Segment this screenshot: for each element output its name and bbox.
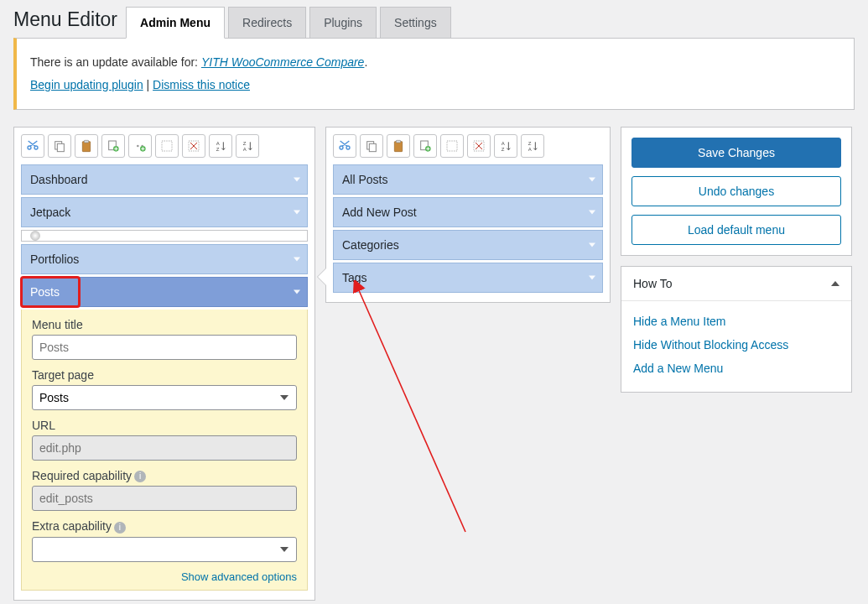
- menu-item-dashboard[interactable]: Dashboard: [21, 164, 308, 195]
- chevron-down-icon: [589, 178, 595, 182]
- svg-text:Z: Z: [216, 147, 220, 152]
- sort-asc-button[interactable]: AZ: [209, 134, 232, 158]
- show-advanced-link[interactable]: Show advanced options: [181, 570, 297, 583]
- howto-link[interactable]: Add a New Menu: [633, 357, 839, 380]
- collapse-icon: [831, 281, 839, 286]
- svg-rect-18: [396, 140, 400, 143]
- submenu-item[interactable]: All Posts: [333, 164, 603, 195]
- chevron-down-icon: [589, 211, 595, 215]
- main-menu-column: AZ ZA Dashboard Jetpack Portfolios Posts…: [13, 127, 315, 601]
- new-item-button[interactable]: [101, 134, 125, 158]
- info-icon[interactable]: i: [114, 522, 126, 534]
- chevron-down-icon: [294, 290, 300, 294]
- notice-separator: |: [143, 78, 153, 91]
- menu-item-label: Jetpack: [30, 206, 70, 219]
- target-page-select[interactable]: Posts: [32, 385, 297, 410]
- sort-desc-button[interactable]: ZA: [236, 134, 259, 158]
- item-editor-panel: Menu title Target page Posts URL Require…: [21, 310, 308, 591]
- copy-button[interactable]: [360, 134, 383, 158]
- howto-link[interactable]: Hide a Menu Item: [633, 310, 839, 333]
- notice-text-suffix: .: [364, 55, 367, 69]
- extra-cap-select[interactable]: [32, 537, 297, 562]
- menu-item-posts[interactable]: Posts: [21, 277, 308, 307]
- tab-admin-menu[interactable]: Admin Menu: [126, 7, 225, 39]
- required-cap-input[interactable]: [32, 486, 297, 511]
- sort-desc-button[interactable]: ZA: [521, 134, 544, 158]
- svg-text:Z: Z: [502, 147, 505, 152]
- extra-cap-label: Extra capabilityi: [32, 519, 297, 533]
- begin-update-link[interactable]: Begin updating plugin: [30, 78, 143, 91]
- tab-plugins[interactable]: Plugins: [309, 7, 377, 38]
- new-separator-button[interactable]: [128, 134, 152, 158]
- mid-toolbar: AZ ZA: [333, 134, 603, 158]
- target-page-label: Target page: [32, 368, 297, 382]
- left-toolbar: AZ ZA: [21, 134, 308, 158]
- chevron-down-icon: [589, 276, 595, 280]
- howto-header[interactable]: How To: [621, 267, 851, 301]
- submenu-item-label: All Posts: [342, 173, 387, 186]
- svg-rect-16: [369, 143, 376, 151]
- howto-title: How To: [633, 277, 672, 290]
- howto-box: How To Hide a Menu Item Hide Without Blo…: [621, 266, 852, 393]
- tab-redirects[interactable]: Redirects: [228, 7, 306, 38]
- submenu-item[interactable]: Categories: [333, 230, 603, 260]
- info-icon[interactable]: i: [134, 471, 146, 482]
- page-title: Menu Editor: [13, 8, 126, 38]
- tabs-nav: Admin Menu Redirects Plugins Settings: [126, 7, 455, 38]
- url-input[interactable]: [32, 435, 297, 461]
- cut-button[interactable]: [333, 134, 356, 158]
- svg-text:Z: Z: [528, 141, 532, 146]
- chevron-down-icon: [294, 258, 300, 262]
- paste-button[interactable]: [75, 134, 98, 158]
- svg-line-27: [358, 289, 465, 532]
- undo-changes-button[interactable]: Undo changes: [632, 176, 841, 206]
- svg-point-6: [137, 145, 139, 148]
- show-hide-button[interactable]: [155, 134, 179, 158]
- svg-text:A: A: [243, 147, 247, 152]
- svg-rect-3: [84, 140, 88, 143]
- svg-rect-9: [162, 141, 172, 151]
- url-label: URL: [32, 419, 297, 432]
- load-default-button[interactable]: Load default menu: [632, 215, 841, 245]
- submenu-item-label: Tags: [342, 271, 367, 284]
- actions-column: Save Changes Undo changes Load default m…: [621, 127, 852, 393]
- chevron-down-icon: [589, 243, 595, 247]
- submenu-column: AZ ZA All Posts Add New Post Categories …: [325, 127, 611, 303]
- submenu-item[interactable]: Add New Post: [333, 197, 603, 227]
- menu-title-label: Menu title: [32, 318, 297, 331]
- submenu-item-label: Categories: [342, 238, 399, 252]
- svg-rect-2: [82, 142, 90, 152]
- notice-plugin-link[interactable]: YITH WooCommerce Compare: [201, 55, 365, 69]
- pointer-tail: [318, 268, 326, 285]
- update-notice: There is an update available for: YITH W…: [13, 38, 855, 110]
- menu-item-label: Posts: [30, 285, 60, 299]
- menu-item-label: Dashboard: [30, 173, 88, 186]
- notice-text-prefix: There is an update available for:: [30, 55, 201, 69]
- save-changes-button[interactable]: Save Changes: [632, 138, 841, 168]
- menu-item-jetpack[interactable]: Jetpack: [21, 197, 308, 227]
- tab-settings[interactable]: Settings: [380, 7, 451, 38]
- paste-button[interactable]: [387, 134, 410, 158]
- chevron-down-icon: [294, 178, 300, 182]
- delete-button[interactable]: [467, 134, 491, 158]
- menu-separator[interactable]: [21, 230, 308, 242]
- svg-text:A: A: [528, 147, 532, 152]
- svg-rect-1: [57, 143, 64, 151]
- howto-link[interactable]: Hide Without Blocking Access: [633, 333, 839, 357]
- sort-asc-button[interactable]: AZ: [494, 134, 517, 158]
- menu-title-input[interactable]: [32, 335, 297, 360]
- show-hide-button[interactable]: [440, 134, 464, 158]
- menu-item-label: Portfolios: [30, 253, 79, 266]
- new-item-button[interactable]: [413, 134, 437, 158]
- svg-rect-21: [447, 141, 457, 151]
- delete-button[interactable]: [182, 134, 205, 158]
- svg-text:A: A: [216, 141, 220, 146]
- menu-item-portfolios[interactable]: Portfolios: [21, 244, 308, 274]
- dismiss-notice-link[interactable]: Dismiss this notice: [153, 78, 250, 91]
- chevron-down-icon: [294, 211, 300, 215]
- copy-button[interactable]: [48, 134, 71, 158]
- submenu-item[interactable]: Tags: [333, 263, 603, 293]
- svg-rect-17: [394, 142, 402, 152]
- required-cap-label: Required capabilityi: [32, 469, 297, 482]
- cut-button[interactable]: [21, 134, 44, 158]
